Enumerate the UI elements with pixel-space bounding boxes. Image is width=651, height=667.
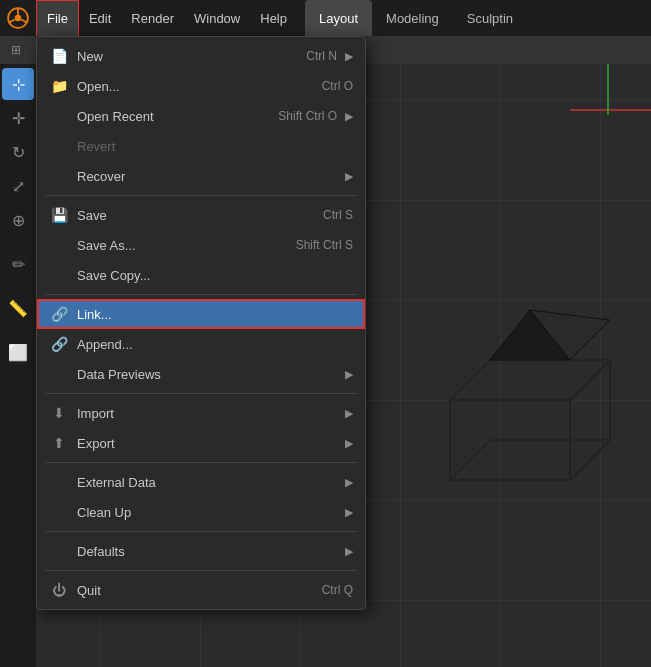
- menu-item-save-as[interactable]: Save As... Shift Ctrl S: [37, 230, 365, 260]
- menu-render[interactable]: Render: [121, 0, 184, 36]
- menu-item-data-previews[interactable]: Data Previews ▶: [37, 359, 365, 389]
- import-icon: ⬇: [49, 403, 69, 423]
- menubar: File Edit Render Window Help Layout Mode…: [0, 0, 651, 36]
- menu-item-save-as-shortcut: Shift Ctrl S: [296, 238, 353, 252]
- left-sidebar: ⊹ ✛ ↻ ⤢ ⊕ ✏ 📏 ⬜: [0, 64, 36, 667]
- menu-item-clean-up-label: Clean Up: [77, 505, 337, 520]
- svg-line-16: [9, 20, 15, 23]
- save-icon: 💾: [49, 205, 69, 225]
- menu-item-open-recent-shortcut: Shift Ctrl O: [278, 109, 337, 123]
- new-file-icon: 📄: [49, 46, 69, 66]
- workspace-tabs: Layout Modeling Sculptin: [305, 0, 527, 36]
- recover-icon: [49, 166, 69, 186]
- menu-item-open-recent[interactable]: Open Recent Shift Ctrl O ▶: [37, 101, 365, 131]
- menu-item-revert-label: Revert: [77, 139, 353, 154]
- menu-item-open-label: Open...: [77, 79, 322, 94]
- menu-item-open[interactable]: 📁 Open... Ctrl O: [37, 71, 365, 101]
- quit-icon: ⏻: [49, 580, 69, 600]
- separator-5: [45, 531, 357, 532]
- cursor-icon[interactable]: ⊹: [2, 68, 34, 100]
- menu-item-quit[interactable]: ⏻ Quit Ctrl Q: [37, 575, 365, 605]
- menu-item-new-shortcut: Ctrl N: [306, 49, 337, 63]
- import-arrow: ▶: [345, 407, 353, 420]
- clean-up-arrow: ▶: [345, 506, 353, 519]
- revert-icon: [49, 136, 69, 156]
- defaults-arrow: ▶: [345, 545, 353, 558]
- link-icon: 🔗: [49, 304, 69, 324]
- menu-item-open-shortcut: Ctrl O: [322, 79, 353, 93]
- svg-line-17: [21, 20, 27, 23]
- defaults-icon: [49, 541, 69, 561]
- menu-item-new-arrow: ▶: [345, 50, 353, 63]
- menu-item-defaults[interactable]: Defaults ▶: [37, 536, 365, 566]
- menu-item-export[interactable]: ⬆ Export ▶: [37, 428, 365, 458]
- menu-item-save-copy[interactable]: Save Copy...: [37, 260, 365, 290]
- menu-item-quit-shortcut: Ctrl Q: [322, 583, 353, 597]
- menu-item-quit-label: Quit: [77, 583, 322, 598]
- menu-item-import-label: Import: [77, 406, 337, 421]
- tab-sculpting[interactable]: Sculptin: [453, 0, 527, 36]
- menu-item-save-shortcut: Ctrl S: [323, 208, 353, 222]
- menu-item-save-label: Save: [77, 208, 323, 223]
- menu-item-external-data[interactable]: External Data ▶: [37, 467, 365, 497]
- transform-icon[interactable]: ⊕: [2, 204, 34, 236]
- save-as-icon: [49, 235, 69, 255]
- data-previews-arrow: ▶: [345, 368, 353, 381]
- menu-file[interactable]: File: [36, 0, 79, 36]
- menu-item-external-data-label: External Data: [77, 475, 337, 490]
- file-dropdown-menu: 📄 New Ctrl N ▶ 📁 Open... Ctrl O Open Rec…: [36, 36, 366, 610]
- menu-item-link[interactable]: 🔗 Link...: [37, 299, 365, 329]
- clean-up-icon: [49, 502, 69, 522]
- recover-arrow: ▶: [345, 170, 353, 183]
- separator-4: [45, 462, 357, 463]
- menu-item-clean-up[interactable]: Clean Up ▶: [37, 497, 365, 527]
- menu-item-open-recent-label: Open Recent: [77, 109, 278, 124]
- annotate-icon[interactable]: ✏: [2, 248, 34, 280]
- data-previews-icon: [49, 364, 69, 384]
- menu-item-save-copy-label: Save Copy...: [77, 268, 353, 283]
- menu-item-new[interactable]: 📄 New Ctrl N ▶: [37, 41, 365, 71]
- open-recent-icon: [49, 106, 69, 126]
- viewport-type-icon[interactable]: ⊞: [4, 38, 28, 62]
- svg-point-14: [15, 15, 22, 22]
- separator-3: [45, 393, 357, 394]
- measure-icon[interactable]: 📏: [2, 292, 34, 324]
- open-recent-arrow: ▶: [345, 110, 353, 123]
- menu-item-new-label: New: [77, 49, 306, 64]
- open-file-icon: 📁: [49, 76, 69, 96]
- blender-logo: [0, 0, 36, 36]
- separator-2: [45, 294, 357, 295]
- tab-layout[interactable]: Layout: [305, 0, 372, 36]
- menu-item-recover-label: Recover: [77, 169, 337, 184]
- menu-item-revert: Revert: [37, 131, 365, 161]
- menu-item-export-label: Export: [77, 436, 337, 451]
- menu-item-defaults-label: Defaults: [77, 544, 337, 559]
- menu-help[interactable]: Help: [250, 0, 297, 36]
- export-icon: ⬆: [49, 433, 69, 453]
- menu-edit[interactable]: Edit: [79, 0, 121, 36]
- move-icon[interactable]: ✛: [2, 102, 34, 134]
- external-data-arrow: ▶: [345, 476, 353, 489]
- add-cube-icon[interactable]: ⬜: [2, 336, 34, 368]
- append-icon: 🔗: [49, 334, 69, 354]
- menu-item-data-previews-label: Data Previews: [77, 367, 337, 382]
- menu-item-save-as-label: Save As...: [77, 238, 296, 253]
- separator-1: [45, 195, 357, 196]
- menu-item-append[interactable]: 🔗 Append...: [37, 329, 365, 359]
- menu-item-append-label: Append...: [77, 337, 353, 352]
- menu-window[interactable]: Window: [184, 0, 250, 36]
- separator-6: [45, 570, 357, 571]
- tab-modeling[interactable]: Modeling: [372, 0, 453, 36]
- menu-item-link-label: Link...: [77, 307, 353, 322]
- save-copy-icon: [49, 265, 69, 285]
- menu-item-save[interactable]: 💾 Save Ctrl S: [37, 200, 365, 230]
- menu-item-import[interactable]: ⬇ Import ▶: [37, 398, 365, 428]
- rotate-icon[interactable]: ↻: [2, 136, 34, 168]
- export-arrow: ▶: [345, 437, 353, 450]
- scale-icon[interactable]: ⤢: [2, 170, 34, 202]
- external-data-icon: [49, 472, 69, 492]
- menu-item-recover[interactable]: Recover ▶: [37, 161, 365, 191]
